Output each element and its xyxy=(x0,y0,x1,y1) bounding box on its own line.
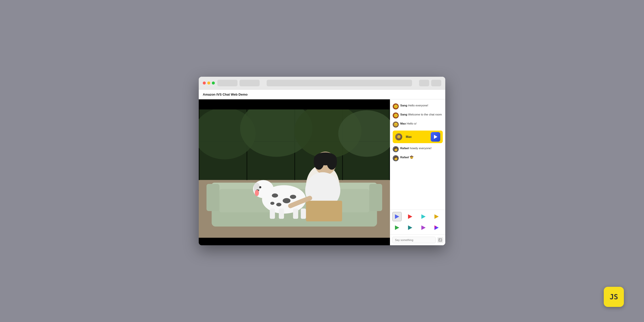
sticker-item-7[interactable] xyxy=(419,223,428,232)
close-button[interactable] xyxy=(203,82,206,85)
svg-point-22 xyxy=(314,154,324,170)
svg-marker-47 xyxy=(434,214,439,219)
message-text-1: Hello everyone! xyxy=(408,104,428,107)
js-badge-label: JS xyxy=(610,293,618,301)
image-icon xyxy=(438,238,442,242)
video-top-bar xyxy=(199,99,390,109)
svg-point-29 xyxy=(276,203,281,206)
svg-marker-46 xyxy=(421,214,426,219)
chat-message-content-2: Sang Welcome to the chat room xyxy=(400,112,443,116)
video-area xyxy=(199,99,390,245)
chat-message-highlighted: 😊 Max xyxy=(393,131,443,143)
chat-message: 🙂 Sang Hello everyone! xyxy=(393,102,443,110)
avatar-sang-2: 🙂 xyxy=(393,112,399,118)
chat-messages: 🙂 Sang Hello everyone! 🙂 Sang xyxy=(390,99,445,210)
app-title: Amazon IVS Chat Web Demo xyxy=(203,93,248,96)
svg-marker-45 xyxy=(408,214,412,219)
svg-rect-17 xyxy=(207,184,219,211)
sender-name-5: Rafael xyxy=(400,147,409,150)
minimize-button[interactable] xyxy=(207,82,210,85)
browser-tab-1[interactable] xyxy=(217,80,237,86)
sticker-item-4[interactable] xyxy=(432,212,441,221)
chat-message-content-6: Rafael 🤠 xyxy=(400,155,443,159)
sender-name-highlighted: Max xyxy=(406,135,412,139)
message-text-3: Hello o/ xyxy=(407,122,417,125)
browser-nav-btn-2[interactable] xyxy=(431,80,441,86)
message-text-2: Welcome to the chat room xyxy=(408,113,442,116)
svg-point-53 xyxy=(439,239,440,240)
browser-titlebar xyxy=(199,77,445,90)
svg-marker-50 xyxy=(421,225,426,230)
sticker-item-1[interactable] xyxy=(392,212,402,221)
js-badge: JS xyxy=(604,287,624,307)
sticker-item-8[interactable] xyxy=(432,223,441,232)
svg-point-28 xyxy=(283,198,291,204)
svg-rect-38 xyxy=(279,209,284,219)
avatar-max-1: 😊 xyxy=(393,122,399,128)
chat-message-2: 🙂 Sang Welcome to the chat room xyxy=(393,111,443,119)
message-text-6: 🤠 xyxy=(410,156,413,159)
sticker-item-2[interactable] xyxy=(405,212,415,221)
chat-message-5: 🧑 Rafael howdy everyone! xyxy=(393,145,443,153)
browser-nav-btn-1[interactable] xyxy=(419,80,429,86)
svg-point-23 xyxy=(327,154,337,170)
svg-rect-42 xyxy=(328,206,340,221)
avatar-rafael-1: 🧑 xyxy=(393,146,399,152)
svg-rect-41 xyxy=(311,206,323,221)
svg-rect-40 xyxy=(301,209,306,219)
browser-tab-2[interactable] xyxy=(239,80,260,86)
chat-message-content-1: Sang Hello everyone! xyxy=(400,103,443,107)
chat-message-3: 😊 Max Hello o/ xyxy=(393,120,443,129)
sender-name-3: Max xyxy=(400,122,406,125)
sender-name-1: Sang xyxy=(400,104,407,107)
sticker-in-message xyxy=(431,132,440,142)
svg-rect-18 xyxy=(369,184,382,211)
chat-message-content-3: Max Hello o/ xyxy=(400,122,443,126)
chat-panel: 🙂 Sang Hello everyone! 🙂 Sang xyxy=(390,99,445,245)
maximize-button[interactable] xyxy=(212,82,215,85)
svg-point-34 xyxy=(259,186,261,188)
video-scene-svg xyxy=(199,109,390,238)
sender-name-2: Sang xyxy=(400,113,407,116)
svg-point-27 xyxy=(272,193,278,197)
chat-message-6: 🧑 Rafael 🤠 xyxy=(393,154,443,162)
video-bg xyxy=(199,99,390,245)
svg-point-31 xyxy=(270,202,274,205)
sticker-item-6[interactable] xyxy=(405,223,415,232)
app-content: Amazon IVS Chat Web Demo xyxy=(199,90,445,245)
message-text-5: howdy everyone! xyxy=(410,147,432,150)
sticker-picker xyxy=(390,210,445,234)
avatar-rafael-2: 🧑 xyxy=(393,155,399,161)
svg-marker-48 xyxy=(395,225,399,230)
sticker-item-5[interactable] xyxy=(392,223,402,232)
svg-marker-49 xyxy=(408,225,412,230)
svg-rect-39 xyxy=(293,209,298,219)
svg-rect-37 xyxy=(270,209,275,219)
browser-tab-bar xyxy=(217,80,441,86)
avatar-sang-1: 🙂 xyxy=(393,103,399,109)
svg-marker-51 xyxy=(434,225,439,230)
sticker-item-3[interactable] xyxy=(419,212,428,221)
browser-window: Amazon IVS Chat Web Demo xyxy=(199,77,445,245)
svg-marker-44 xyxy=(395,214,399,219)
play-icon-sticker xyxy=(433,134,438,139)
chat-input[interactable] xyxy=(392,237,436,243)
image-upload-button[interactable] xyxy=(437,237,443,243)
svg-point-30 xyxy=(290,195,296,199)
chat-input-area xyxy=(390,234,445,245)
svg-marker-43 xyxy=(434,135,437,139)
browser-dots xyxy=(203,82,215,85)
app-header: Amazon IVS Chat Web Demo xyxy=(199,90,445,99)
video-bottom-bar xyxy=(199,238,390,245)
browser-address-bar[interactable] xyxy=(267,80,412,86)
video-scene xyxy=(199,109,390,238)
chat-message-content-5: Rafael howdy everyone! xyxy=(400,146,443,150)
svg-point-36 xyxy=(255,190,259,196)
avatar-max-large: 😊 xyxy=(395,133,402,140)
sender-name-6: Rafael xyxy=(400,156,409,159)
app-body: 🙂 Sang Hello everyone! 🙂 Sang xyxy=(199,99,445,245)
